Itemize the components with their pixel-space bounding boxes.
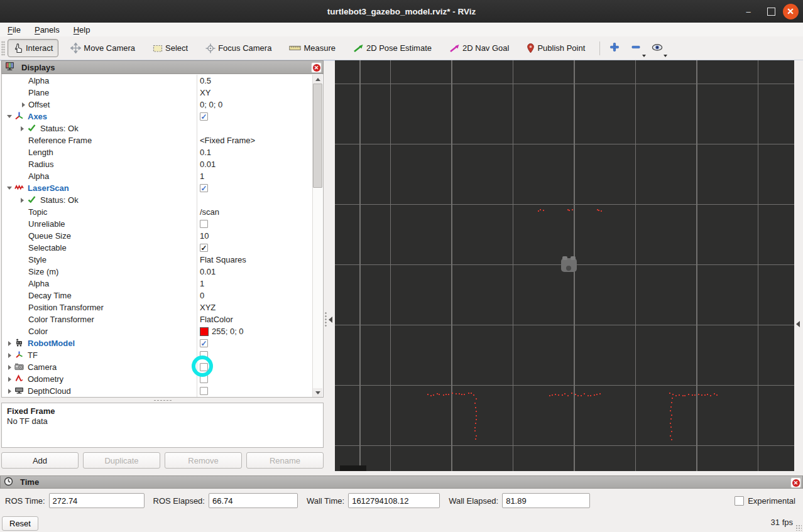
turtlebot-robot-model[interactable] [561, 258, 577, 272]
checkbox-odometry[interactable] [200, 375, 208, 383]
value-offset[interactable]: 0; 0; 0 [200, 100, 222, 109]
ros-elapsed-input[interactable] [209, 493, 298, 508]
value-style[interactable]: Flat Squares [200, 255, 246, 264]
experimental-checkbox[interactable] [735, 496, 744, 506]
expander-open-icon[interactable] [4, 187, 14, 190]
tree-row-laserscan[interactable]: LaserScan✓ [2, 182, 312, 194]
add-button[interactable]: Add [1, 452, 79, 469]
window-resize-grip[interactable] [795, 524, 802, 531]
tree-splitter-handle[interactable] [1, 398, 324, 403]
expander-open-icon[interactable] [4, 115, 14, 118]
right-collapse-arrow-icon[interactable] [796, 321, 800, 327]
tree-row-alpha[interactable]: Alpha1 [2, 170, 312, 182]
render-viewport-3d[interactable] [335, 60, 794, 471]
time-panel-header[interactable]: Time ✕ [0, 475, 803, 489]
tree-row-robotmodel[interactable]: RobotModel✓ [2, 337, 312, 349]
scrollbar-thumb[interactable] [313, 84, 322, 188]
tool-publish-point-button[interactable]: Publish Point [521, 40, 591, 57]
tree-row-status-ok[interactable]: Status: Ok [2, 122, 312, 134]
tree-row-queue-size[interactable]: Queue Size10 [2, 230, 312, 242]
value-radius[interactable]: 0.01 [200, 160, 216, 169]
expander-closed-icon[interactable] [17, 198, 27, 203]
value-size-m[interactable]: 0.01 [200, 267, 216, 276]
close-button[interactable]: ✕ [780, 0, 800, 23]
value-queue-size[interactable]: 10 [200, 231, 209, 241]
tree-row-style[interactable]: StyleFlat Squares [2, 254, 312, 266]
displays-panel-header[interactable]: Displays ✕ [1, 60, 324, 74]
minimize-button[interactable]: – [739, 0, 758, 23]
expander-closed-icon[interactable] [4, 341, 14, 346]
tree-row-odometry[interactable]: Odometry [2, 373, 312, 385]
value-length[interactable]: 0.1 [200, 148, 211, 157]
right-dock-strip[interactable] [794, 60, 803, 471]
scrollbar-down-arrow[interactable] [313, 388, 322, 397]
tool-select-button[interactable]: Select [147, 40, 194, 57]
tree-row-axes[interactable]: Axes✓ [2, 111, 312, 122]
value-position-transformer[interactable]: XYZ [200, 303, 216, 312]
tree-row-camera[interactable]: Camera [2, 361, 312, 373]
tree-row-color-transformer[interactable]: Color TransformerFlatColor [2, 313, 312, 325]
tree-row-status-ok[interactable]: Status: Ok [2, 194, 312, 206]
maximize-button[interactable] [762, 0, 780, 23]
value-alpha[interactable]: 1 [200, 279, 204, 288]
panel-splitter[interactable] [324, 60, 335, 471]
menu-panels[interactable]: Panels [28, 24, 66, 36]
value-color-transformer[interactable]: FlatColor [200, 315, 233, 324]
checkbox-selectable[interactable]: ✓ [200, 244, 208, 252]
splitter-grip-dots[interactable] [325, 312, 327, 328]
expander-closed-icon[interactable] [17, 126, 27, 131]
toolbar-drag-handle[interactable] [1, 41, 5, 56]
checkbox-tf[interactable] [200, 351, 208, 359]
expander-closed-icon[interactable] [4, 377, 14, 382]
tool-measure-button[interactable]: Measure [283, 40, 341, 57]
value-decay-time[interactable]: 0 [200, 291, 204, 300]
value-color[interactable]: 255; 0; 0 [212, 327, 244, 336]
tree-row-tf[interactable]: TF [2, 349, 312, 361]
dropdown-caret-icon[interactable] [642, 55, 646, 57]
tool-focus-camera-button[interactable]: Focus Camera [200, 40, 277, 57]
checkbox-unreliable[interactable] [200, 220, 208, 228]
checkbox-axes[interactable]: ✓ [200, 112, 208, 121]
tool-2d-nav-goal-button[interactable]: 2D Nav Goal [444, 40, 515, 57]
tree-row-selectable[interactable]: Selectable✓ [2, 242, 312, 254]
tree-row-length[interactable]: Length0.1 [2, 146, 312, 158]
tree-row-radius[interactable]: Radius0.01 [2, 158, 312, 170]
tree-row-decay-time[interactable]: Decay Time0 [2, 290, 312, 301]
wall-time-input[interactable] [348, 493, 440, 508]
tree-row-alpha[interactable]: Alpha0.5 [2, 75, 312, 87]
menu-help[interactable]: Help [67, 24, 97, 36]
tree-row-unreliable[interactable]: Unreliable [2, 218, 312, 230]
checkbox-robotmodel[interactable]: ✓ [200, 339, 208, 347]
checkbox-laserscan[interactable]: ✓ [200, 184, 208, 192]
tree-row-plane[interactable]: PlaneXY [2, 87, 312, 99]
value-plane[interactable]: XY [200, 88, 210, 97]
tree-row-position-transformer[interactable]: Position TransformerXYZ [2, 301, 312, 313]
experimental-checkbox-group[interactable]: Experimental [735, 496, 795, 506]
tree-row-topic[interactable]: Topic/scan [2, 206, 312, 218]
scrollbar-up-arrow[interactable] [313, 75, 322, 84]
tool-move-camera-button[interactable]: Move Camera [65, 39, 141, 57]
tree-row-reference-frame[interactable]: Reference Frame<Fixed Frame> [2, 134, 312, 146]
checkbox-depthcloud[interactable] [200, 387, 208, 395]
value-reference-frame[interactable]: <Fixed Frame> [200, 136, 255, 145]
tool-view-visibility-button[interactable] [649, 40, 665, 57]
splitter-collapse-left-icon[interactable] [329, 317, 332, 323]
displays-panel-close-button[interactable]: ✕ [311, 62, 322, 73]
tree-row-size-m[interactable]: Size (m)0.01 [2, 266, 312, 278]
expander-closed-icon[interactable] [4, 353, 14, 358]
tree-row-alpha[interactable]: Alpha1 [2, 278, 312, 290]
checkbox-camera[interactable] [200, 363, 208, 371]
menu-file[interactable]: File [1, 24, 27, 36]
value-topic[interactable]: /scan [200, 207, 219, 217]
tool-2d-pose-estimate-button[interactable]: 2D Pose Estimate [347, 40, 437, 57]
tree-row-offset[interactable]: Offset0; 0; 0 [2, 99, 312, 111]
expander-closed-icon[interactable] [4, 365, 14, 370]
title-bar[interactable]: turtlebot3_gazebo_model.rviz* - RViz – ✕ [0, 0, 803, 23]
expander-closed-icon[interactable] [18, 102, 28, 107]
tool-interact-button[interactable]: Interact [8, 39, 58, 57]
time-panel-close-button[interactable]: ✕ [790, 477, 801, 488]
value-alpha[interactable]: 0.5 [200, 76, 211, 85]
tool-zoom-out-button[interactable] [628, 40, 644, 57]
ros-time-input[interactable] [49, 493, 145, 508]
expander-closed-icon[interactable] [4, 389, 14, 394]
